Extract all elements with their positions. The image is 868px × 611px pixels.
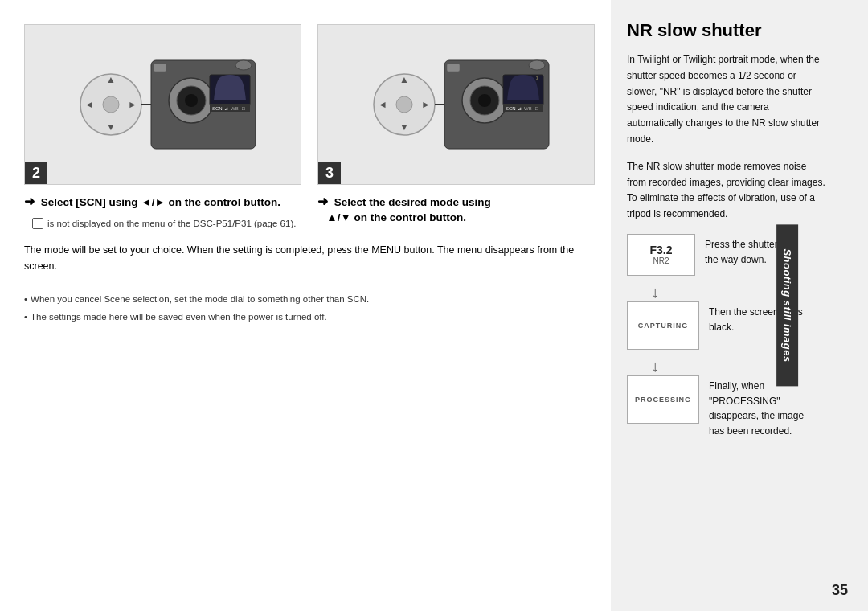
f32-display-box: F3.2 NR2: [627, 234, 695, 276]
nr-title: NR slow shutter: [627, 20, 828, 41]
steps-row: ▲ ▼ ◄ ►: [24, 24, 595, 234]
capturing-box: CAPTURING: [627, 301, 699, 350]
step3-instruction: ➜ Select the desired mode using ▲/▼ on t…: [317, 193, 595, 226]
nr-para2: The NR slow shutter mode removes noise f…: [627, 159, 828, 223]
step2-number: 2: [25, 162, 47, 184]
svg-rect-42: [447, 64, 460, 72]
step2-image: ▲ ▼ ◄ ►: [24, 24, 301, 185]
svg-text:WB: WB: [231, 106, 239, 111]
step2-column: ▲ ▼ ◄ ►: [24, 24, 301, 234]
bullet-item-1: • When you cancel Scene selection, set t…: [24, 292, 595, 306]
svg-text:□: □: [535, 106, 538, 111]
main-content: ▲ ▼ ◄ ►: [0, 0, 611, 611]
step2-instruction: ➜ Select [SCN] using ◄/► on the control …: [24, 193, 301, 211]
bullet-item-2: • The settings made here will be saved e…: [24, 310, 595, 324]
svg-point-11: [185, 94, 198, 107]
svg-point-41: [529, 60, 545, 70]
svg-text:⊿: ⊿: [518, 106, 522, 111]
svg-text:SCN: SCN: [212, 106, 223, 111]
svg-text:WB: WB: [524, 106, 532, 111]
nr-content: NR slow shutter In Twilight or Twilight …: [611, 0, 868, 611]
step3-body: The mode will be set to your choice. Whe…: [24, 242, 595, 282]
svg-text:☽: ☽: [533, 75, 538, 82]
svg-text:►: ►: [421, 99, 431, 110]
svg-text:▲: ▲: [106, 74, 116, 85]
step2-note: is not displayed on the menu of the DSC-…: [32, 217, 301, 231]
step3-image: ▲ ▼ ◄ ►: [317, 24, 595, 185]
processing-box: PROCESSING: [627, 375, 699, 424]
page: ▲ ▼ ◄ ►: [0, 0, 868, 611]
step2-camera-svg: ▲ ▼ ◄ ►: [67, 28, 260, 181]
sidebar-tab: Shooting still images: [776, 224, 798, 386]
svg-rect-20: [154, 64, 166, 72]
step3-number: 3: [318, 162, 341, 184]
svg-text:◄: ◄: [378, 99, 387, 110]
svg-text:⊿: ⊿: [224, 106, 228, 111]
arrow-down-2: ↓: [651, 358, 828, 374]
svg-point-32: [478, 94, 491, 107]
svg-point-19: [235, 60, 252, 70]
svg-text:◄: ◄: [84, 99, 94, 110]
svg-text:▲: ▲: [399, 74, 409, 85]
svg-point-22: [396, 96, 412, 113]
spot-meter-icon: [32, 218, 43, 229]
svg-text:▼: ▼: [399, 121, 409, 133]
right-panel: Shooting still images NR slow shutter In…: [611, 0, 868, 611]
arrow-bullet-2: ➜: [24, 195, 35, 208]
arrow-bullet-3: ➜: [317, 195, 328, 208]
nr-para1: In Twilight or Twilight portrait mode, w…: [627, 52, 828, 148]
svg-point-1: [103, 96, 119, 113]
step3-column: ▲ ▼ ◄ ►: [317, 24, 595, 234]
page-number: 35: [832, 582, 848, 599]
svg-text:SCN: SCN: [506, 106, 516, 111]
svg-text:□: □: [242, 106, 245, 111]
step3-camera-svg: ▲ ▼ ◄ ►: [360, 28, 553, 181]
svg-text:▼: ▼: [106, 121, 116, 133]
svg-text:►: ►: [128, 99, 137, 110]
step3-bullets: • When you cancel Scene selection, set t…: [24, 292, 595, 328]
arrow-down-1: ↓: [651, 284, 828, 300]
